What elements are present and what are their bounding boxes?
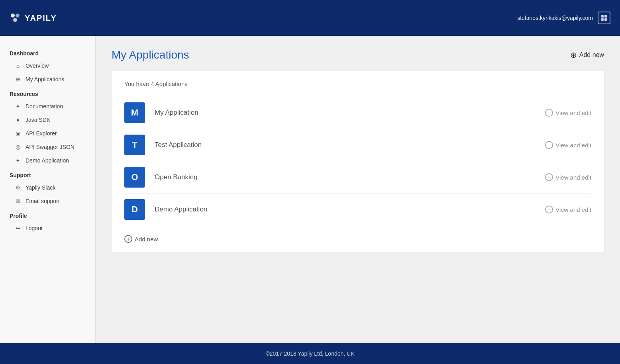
user-avatar-icon[interactable] — [598, 12, 610, 24]
github-icon: ● — [14, 117, 22, 123]
arrow-circle-icon: → — [545, 173, 553, 181]
svg-point-2 — [13, 18, 17, 22]
app-avatar-my-application[interactable]: M — [124, 102, 145, 123]
app-name-open-banking: Open Banking — [155, 173, 545, 181]
sidebar-section-dashboard: Dashboard — [0, 45, 95, 59]
header: YAPILY stefanos.kyrikakis@yapily.com — [0, 0, 620, 36]
home-icon: ⌂ — [14, 63, 22, 69]
sidebar-item-api-explorer-label: API Explorer — [26, 130, 57, 137]
api-explorer-icon: ◉ — [14, 130, 22, 137]
table-row: M My Application → View and edit — [124, 97, 591, 129]
view-edit-label-1: View and edit — [555, 110, 591, 116]
view-edit-label-2: View and edit — [555, 142, 591, 149]
logout-icon: ↪ — [14, 225, 22, 231]
sidebar-item-documentation-label: Documentation — [26, 103, 63, 110]
add-new-bottom-button[interactable]: + Add new — [124, 235, 591, 243]
apps-icon: ▤ — [14, 76, 22, 82]
logo: YAPILY — [10, 12, 57, 23]
sidebar-item-yapily-slack[interactable]: ❊ Yapily Slack — [0, 181, 95, 194]
content-header: My Applications ⊕ Add new — [112, 49, 604, 61]
plus-circle-bottom-icon: + — [124, 235, 132, 243]
arrow-circle-icon: → — [545, 205, 553, 213]
footer-text: ©2017-2018 Yapily Ltd, London, UK — [265, 350, 354, 357]
sidebar-item-api-swagger[interactable]: ◎ API Swagger JSON — [0, 140, 95, 154]
page-title: My Applications — [112, 49, 189, 61]
app-avatar-test-application[interactable]: T — [124, 135, 145, 155]
logo-text: YAPILY — [25, 14, 57, 23]
footer: ©2017-2018 Yapily Ltd, London, UK — [0, 343, 620, 364]
app-list: M My Application → View and edit T Test … — [124, 97, 591, 225]
add-new-bottom-label: Add new — [135, 236, 158, 243]
sidebar-item-demo-application-label: Demo Application — [26, 157, 69, 164]
demo-icon: ✦ — [14, 157, 22, 164]
sidebar-item-java-sdk[interactable]: ● Java SDK — [0, 113, 95, 127]
sidebar-item-demo-application[interactable]: ✦ Demo Application — [0, 154, 95, 167]
table-row: O Open Banking → View and edit — [124, 161, 591, 194]
header-user-info: stefanos.kyrikakis@yapily.com — [517, 12, 610, 24]
sidebar-item-api-explorer[interactable]: ◉ API Explorer — [0, 127, 95, 140]
yapily-logo-icon — [10, 12, 21, 23]
swagger-icon: ◎ — [14, 144, 22, 150]
sidebar-item-email-support-label: Email support — [26, 198, 60, 204]
sidebar-item-overview[interactable]: ⌂ Overview — [0, 59, 95, 72]
plus-circle-top-icon: ⊕ — [570, 50, 577, 60]
sidebar-item-my-applications-label: My Applications — [26, 76, 64, 82]
docs-icon: ✦ — [14, 103, 22, 110]
app-initial-open: O — [131, 172, 138, 182]
slack-icon: ❊ — [14, 184, 22, 191]
apps-count: You have 4 Applications — [124, 80, 591, 87]
view-edit-label-4: View and edit — [555, 206, 591, 213]
sidebar-item-my-applications[interactable]: ▤ My Applications — [0, 72, 95, 86]
arrow-circle-icon: → — [545, 141, 553, 149]
app-initial-test: T — [132, 140, 137, 150]
main-layout: Dashboard ⌂ Overview ▤ My Applications R… — [0, 36, 620, 343]
sidebar-section-resources: Resources — [0, 86, 95, 100]
user-email: stefanos.kyrikakis@yapily.com — [517, 15, 593, 21]
svg-rect-4 — [604, 15, 607, 18]
app-initial-demo: D — [131, 204, 138, 215]
sidebar-item-yapily-slack-label: Yapily Slack — [26, 184, 55, 191]
app-name-my-application: My Application — [155, 109, 545, 117]
add-new-top-label: Add new — [579, 51, 604, 59]
sidebar-item-logout-label: Logout — [26, 225, 43, 231]
applications-card: You have 4 Applications M My Application… — [112, 71, 604, 252]
sidebar-section-support: Support — [0, 167, 95, 181]
svg-rect-3 — [601, 15, 604, 18]
sidebar: Dashboard ⌂ Overview ▤ My Applications R… — [0, 36, 96, 343]
email-icon: ✉ — [14, 198, 22, 204]
sidebar-item-api-swagger-label: API Swagger JSON — [26, 144, 75, 150]
table-row: T Test Application → View and edit — [124, 129, 591, 161]
svg-rect-6 — [604, 18, 607, 21]
sidebar-section-profile: Profile — [0, 208, 95, 221]
view-edit-my-application[interactable]: → View and edit — [545, 109, 591, 117]
add-new-top-button[interactable]: ⊕ Add new — [570, 50, 604, 60]
svg-rect-5 — [601, 18, 604, 21]
table-row: D Demo Application → View and edit — [124, 194, 591, 225]
sidebar-item-email-support[interactable]: ✉ Email support — [0, 194, 95, 208]
sidebar-item-documentation[interactable]: ✦ Documentation — [0, 100, 95, 113]
main-content: My Applications ⊕ Add new You have 4 App… — [96, 36, 620, 343]
sidebar-item-logout[interactable]: ↪ Logout — [0, 221, 95, 235]
view-edit-open-banking[interactable]: → View and edit — [545, 173, 591, 181]
app-avatar-open-banking[interactable]: O — [124, 167, 145, 188]
view-edit-test-application[interactable]: → View and edit — [545, 141, 591, 149]
view-edit-demo-application[interactable]: → View and edit — [545, 205, 591, 213]
sidebar-item-java-sdk-label: Java SDK — [26, 117, 50, 123]
app-initial-my: M — [131, 108, 138, 118]
svg-point-1 — [16, 14, 20, 18]
svg-point-0 — [11, 14, 15, 18]
app-name-test-application: Test Application — [155, 141, 545, 149]
sidebar-item-overview-label: Overview — [26, 63, 49, 69]
app-name-demo-application: Demo Application — [155, 205, 545, 213]
arrow-circle-icon: → — [545, 109, 553, 117]
app-avatar-demo-application[interactable]: D — [124, 199, 145, 220]
view-edit-label-3: View and edit — [555, 174, 591, 181]
